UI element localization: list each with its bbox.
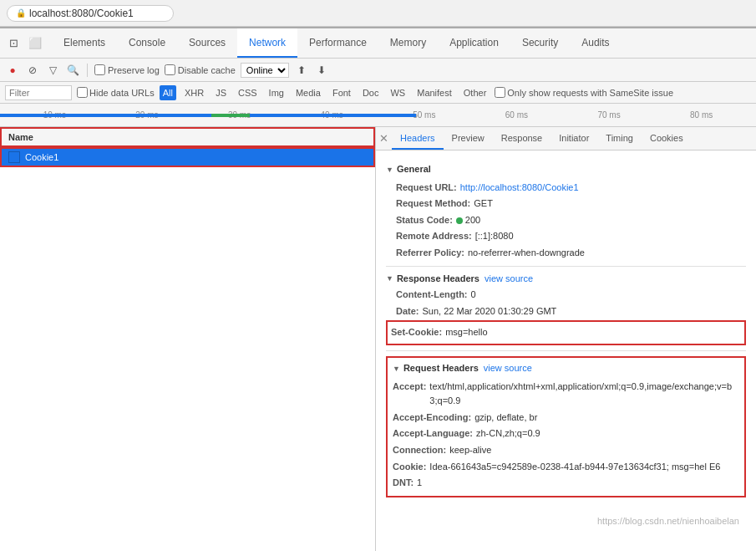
set-cookie-value: msg=hello — [445, 325, 487, 340]
search-button[interactable]: 🔍 — [65, 63, 80, 78]
status-dot — [456, 217, 463, 224]
section-divider-1 — [386, 266, 746, 267]
filter-button[interactable]: ▽ — [45, 63, 60, 78]
remote-address-label: Remote Address: — [396, 229, 472, 244]
tick-80ms: 80 ms — [655, 110, 748, 120]
set-cookie-highlighted: Set-Cookie: msg=hello — [386, 320, 746, 345]
request-method-label: Request Method: — [396, 196, 470, 212]
request-method-value: GET — [474, 196, 493, 212]
general-section-header: General — [386, 162, 746, 177]
referrer-policy-row: Referrer Policy: no-referrer-when-downgr… — [386, 246, 746, 261]
export-button[interactable]: ⬇ — [314, 63, 329, 78]
preserve-log-label[interactable]: Preserve log — [94, 64, 160, 75]
filter-bar: Hide data URLs All XHR JS CSS Img Media … — [0, 82, 756, 104]
address-bar[interactable]: 🔒 localhost:8080/Cookie1 — [7, 5, 174, 22]
clear-button[interactable]: ⊘ — [25, 63, 40, 78]
filter-ws[interactable]: WS — [387, 85, 408, 100]
dnt-label: DNT: — [393, 476, 414, 491]
request-headers-header-row: Request Headers view source — [393, 361, 739, 376]
dnt-row: DNT: 1 — [393, 476, 739, 491]
separator-1 — [87, 64, 88, 77]
tick-70ms: 70 ms — [563, 110, 656, 120]
tab-timing[interactable]: Timing — [597, 127, 642, 150]
tick-60ms: 60 ms — [470, 110, 563, 120]
right-panel-tabs: ✕ Headers Preview Response Initiator Tim… — [376, 127, 756, 151]
accept-language-row: Accept-Language: zh-CN,zh;q=0.9 — [393, 426, 739, 441]
cookie-row: Cookie: Idea-661643a5=c942589e-0238-41af… — [393, 460, 739, 475]
filter-media[interactable]: Media — [292, 85, 324, 100]
browser-bar: 🔒 localhost:8080/Cookie1 — [0, 0, 756, 27]
content-length-value: 0 — [471, 288, 476, 303]
tab-cookies[interactable]: Cookies — [642, 127, 692, 150]
request-item-cookie1[interactable]: Cookie1 — [0, 147, 375, 167]
filter-manifest[interactable]: Manifest — [414, 85, 455, 100]
filter-css[interactable]: CSS — [235, 85, 261, 100]
left-panel: Name Cookie1 — [0, 127, 376, 551]
right-panel: ✕ Headers Preview Response Initiator Tim… — [376, 127, 756, 551]
request-url-label: Request URL: — [396, 181, 457, 196]
tab-audits[interactable]: Audits — [570, 28, 621, 58]
hide-data-urls-checkbox[interactable] — [77, 87, 88, 98]
throttle-select[interactable]: Online — [241, 63, 289, 78]
samesite-label[interactable]: Only show requests with SameSite issue — [495, 87, 673, 98]
request-url-value[interactable]: http://localhost:8080/Cookie1 — [460, 181, 579, 196]
disable-cache-label[interactable]: Disable cache — [165, 64, 236, 75]
devtools-nav: ⊡ ⬜ Elements Console Sources Network Per… — [0, 28, 756, 59]
requests-list: Cookie1 — [0, 147, 375, 551]
disable-cache-checkbox[interactable] — [165, 64, 175, 75]
tab-response[interactable]: Response — [493, 127, 551, 150]
connection-value: keep-alive — [449, 443, 491, 458]
accept-label: Accept: — [393, 380, 426, 409]
filter-doc[interactable]: Doc — [359, 85, 383, 100]
status-code-label: Status Code: — [396, 213, 453, 228]
connection-row: Connection: keep-alive — [393, 443, 739, 458]
response-headers-view-source[interactable]: view source — [485, 272, 533, 287]
request-item-name: Cookie1 — [25, 152, 58, 162]
status-code-value: 200 — [456, 213, 480, 228]
close-details-button[interactable]: ✕ — [379, 132, 388, 145]
filter-img[interactable]: Img — [266, 85, 287, 100]
request-headers-highlighted: Request Headers view source Accept: text… — [386, 356, 746, 497]
referrer-policy-label: Referrer Policy: — [396, 246, 464, 261]
date-value: Sun, 22 Mar 2020 01:30:29 GMT — [423, 304, 557, 319]
tab-headers[interactable]: Headers — [392, 127, 444, 150]
accept-value: text/html,application/xhtml+xml,applicat… — [429, 380, 739, 409]
hide-data-urls-label[interactable]: Hide data URLs — [77, 87, 155, 98]
remote-address-value: [::1]:8080 — [475, 229, 514, 244]
tab-application[interactable]: Application — [438, 28, 510, 58]
request-headers-view-source[interactable]: view source — [484, 361, 532, 376]
tab-memory[interactable]: Memory — [378, 28, 438, 58]
date-row: Date: Sun, 22 Mar 2020 01:30:29 GMT — [386, 304, 746, 319]
accept-language-label: Accept-Language: — [393, 426, 473, 441]
import-button[interactable]: ⬆ — [294, 63, 309, 78]
content-length-label: Content-Length: — [396, 288, 468, 303]
tab-performance[interactable]: Performance — [297, 28, 378, 58]
filter-all[interactable]: All — [160, 85, 176, 100]
record-button[interactable]: ● — [5, 63, 20, 78]
tab-elements[interactable]: Elements — [52, 28, 117, 58]
set-cookie-label: Set-Cookie: — [391, 325, 442, 340]
samesite-checkbox[interactable] — [495, 87, 505, 98]
filter-input[interactable] — [5, 85, 72, 100]
preserve-log-checkbox[interactable] — [94, 64, 105, 75]
tab-console[interactable]: Console — [117, 28, 177, 58]
tab-network[interactable]: Network — [237, 28, 297, 58]
tab-initiator[interactable]: Initiator — [551, 127, 597, 150]
tab-preview[interactable]: Preview — [444, 127, 493, 150]
timeline-blue-bar — [0, 114, 416, 117]
filter-xhr[interactable]: XHR — [181, 85, 207, 100]
filter-font[interactable]: Font — [329, 85, 354, 100]
requests-header: Name — [0, 127, 375, 147]
device-toolbar-button[interactable]: ⬜ — [25, 33, 45, 54]
set-cookie-row: Set-Cookie: msg=hello — [391, 325, 741, 340]
response-headers-section-header: Response Headers — [386, 272, 479, 287]
lock-icon: 🔒 — [16, 8, 26, 18]
tab-sources[interactable]: Sources — [177, 28, 237, 58]
accept-encoding-label: Accept-Encoding: — [393, 411, 471, 426]
inspect-element-button[interactable]: ⊡ — [3, 33, 23, 54]
accept-encoding-row: Accept-Encoding: gzip, deflate, br — [393, 411, 739, 426]
tab-security[interactable]: Security — [510, 28, 570, 58]
filter-other[interactable]: Other — [460, 85, 490, 100]
filter-js[interactable]: JS — [212, 85, 230, 100]
accept-row: Accept: text/html,application/xhtml+xml,… — [393, 380, 739, 409]
